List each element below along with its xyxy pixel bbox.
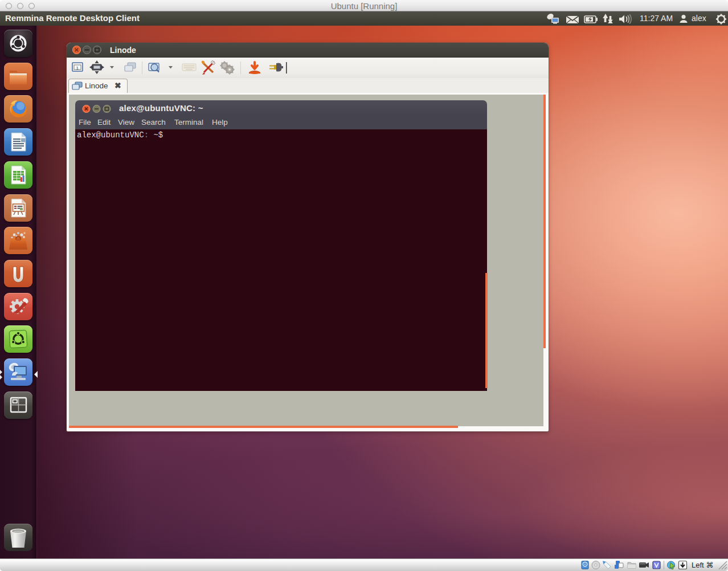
- svg-text:1: 1: [76, 66, 79, 71]
